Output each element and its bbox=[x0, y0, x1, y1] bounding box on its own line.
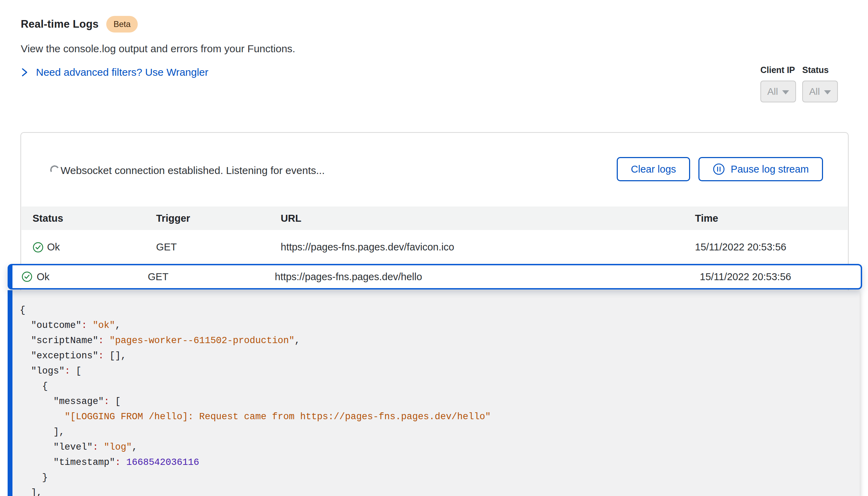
time-cell: 15/11/2022 20:53:56 bbox=[700, 265, 791, 288]
json-code-block: { "outcome": "ok", "scriptName": "pages-… bbox=[20, 303, 860, 496]
clear-logs-button[interactable]: Clear logs bbox=[617, 157, 690, 181]
status-cell: Ok bbox=[37, 265, 49, 288]
caret-down-icon bbox=[782, 90, 789, 94]
code-line: ], bbox=[20, 485, 860, 496]
page-subtitle: View the console.log output and errors f… bbox=[21, 43, 295, 55]
pause-log-stream-label: Pause log stream bbox=[731, 164, 809, 175]
code-line: "level": "log", bbox=[20, 440, 860, 455]
log-detail-json: { "outcome": "ok", "scriptName": "pages-… bbox=[8, 290, 860, 496]
status-cell: Ok bbox=[47, 230, 60, 264]
caret-down-icon bbox=[824, 90, 831, 94]
stream-status-bar: Websocket connection established. Listen… bbox=[21, 133, 848, 206]
code-line: "logs": [ bbox=[20, 364, 860, 379]
code-line: "[LOGGING FROM /hello]: Request came fro… bbox=[20, 409, 860, 424]
pause-log-stream-button[interactable]: Pause log stream bbox=[698, 157, 823, 181]
check-circle-icon bbox=[21, 271, 33, 284]
page-title: Real-time Logs bbox=[21, 18, 99, 30]
client-ip-dropdown-value: All bbox=[767, 86, 778, 97]
code-line: "outcome": "ok", bbox=[20, 318, 860, 333]
clear-logs-label: Clear logs bbox=[631, 164, 676, 175]
column-header-status: Status bbox=[33, 206, 63, 230]
chevron-right-icon bbox=[19, 66, 30, 78]
code-line: "scriptName": "pages-worker--611502-prod… bbox=[20, 333, 860, 348]
filter-client-ip-label: Client IP bbox=[760, 65, 796, 75]
client-ip-dropdown[interactable]: All bbox=[760, 81, 796, 102]
code-line: ], bbox=[20, 424, 860, 440]
filter-status: Status All bbox=[802, 65, 838, 102]
time-cell: 15/11/2022 20:53:56 bbox=[695, 230, 786, 264]
filter-status-label: Status bbox=[802, 65, 838, 75]
spinner-icon bbox=[49, 164, 60, 175]
code-line: "exceptions": [], bbox=[20, 348, 860, 364]
column-header-trigger: Trigger bbox=[156, 206, 190, 230]
pause-circle-icon bbox=[713, 163, 725, 175]
table-row-selected[interactable]: Ok GET https://pages-fns.pages.dev/hello… bbox=[8, 264, 862, 290]
trigger-cell: GET bbox=[156, 230, 177, 264]
expanded-log-container: Ok GET https://pages-fns.pages.dev/hello… bbox=[8, 264, 862, 496]
code-line: { bbox=[20, 379, 860, 394]
logs-table-header: Status Trigger URL Time bbox=[21, 206, 848, 230]
code-line: "timestamp": 1668542036116 bbox=[20, 455, 860, 470]
log-filters: Client IP All Status All bbox=[760, 65, 838, 102]
check-circle-icon bbox=[33, 242, 44, 254]
status-dropdown[interactable]: All bbox=[802, 81, 838, 102]
code-line: } bbox=[20, 470, 860, 485]
websocket-status-text: Websocket connection established. Listen… bbox=[61, 165, 325, 176]
status-dropdown-value: All bbox=[809, 86, 820, 97]
table-row[interactable]: Ok GET https://pages-fns.pages.dev/favic… bbox=[21, 230, 848, 264]
code-line: { bbox=[20, 303, 860, 318]
column-header-url: URL bbox=[281, 206, 301, 230]
wrangler-link[interactable]: Need advanced filters? Use Wrangler bbox=[19, 66, 208, 78]
wrangler-link-label: Need advanced filters? Use Wrangler bbox=[36, 66, 208, 78]
column-header-time: Time bbox=[695, 206, 718, 230]
url-cell: https://pages-fns.pages.dev/favicon.ico bbox=[281, 230, 454, 264]
trigger-cell: GET bbox=[148, 265, 169, 288]
beta-badge: Beta bbox=[106, 16, 138, 33]
url-cell: https://pages-fns.pages.dev/hello bbox=[275, 265, 422, 288]
filter-client-ip: Client IP All bbox=[760, 65, 796, 102]
code-line: "message": [ bbox=[20, 394, 860, 409]
